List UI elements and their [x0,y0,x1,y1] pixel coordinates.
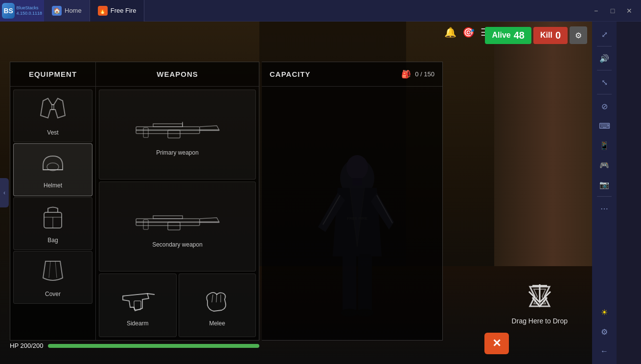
alive-label: Alive [492,31,510,40]
svg-rect-27 [134,301,141,310]
sidebar-divider-2 [597,70,612,70]
svg-rect-23 [168,222,180,230]
svg-rect-25 [143,220,148,229]
sidebar-phone-icon[interactable]: 📱 [595,136,613,154]
melee-slot[interactable]: Melee [179,273,256,337]
vest-icon [38,96,68,127]
game-area: FREE FIRE 🔔 🎯 ☰ Alive 48 Kill 0 ⚙ [0,22,617,364]
close-button-icon: ✕ [492,337,501,350]
primary-weapon-slot[interactable]: Primary weapon [99,90,256,180]
primary-weapon-label: Primary weapon [156,149,199,156]
tab-ff-label: Free Fire [111,7,137,14]
sidebar-back-icon[interactable]: ← [595,342,613,360]
capacity-header: CAPACITY 🎒 0 / 150 [262,62,442,87]
window-minimize-button[interactable]: − [588,4,604,18]
svg-rect-17 [168,130,180,138]
inventory-panel: EQUIPMENT WEAPONS Vest [10,62,259,341]
sidebar-divider-1 [597,46,612,46]
drag-drop-text: Drag Here to Drop [512,317,568,325]
capacity-count: 0 / 150 [415,70,435,78]
equipment-vest[interactable]: Vest [13,90,92,142]
svg-rect-19 [143,128,148,137]
cover-label: Cover [45,291,61,297]
capacity-panel: CAPACITY 🎒 0 / 150 [262,62,443,341]
window-maximize-button[interactable]: □ [605,4,620,18]
hp-bar-background [48,344,259,348]
kill-badge: Kill 0 [533,27,568,44]
window-close-button[interactable]: ✕ [621,4,637,18]
backpack-icon: 🎒 [401,69,411,79]
secondary-weapon-slot[interactable]: Secondary weapon [99,182,256,272]
bottom-weapon-row: Sidearm Melee [99,273,256,337]
sidebar-camera-icon[interactable]: 📷 [595,176,613,193]
right-sidebar: ⤢ 🔊 ⤡ ⊘ ⌨ 📱 🎮 📷 ⋯ ☀ ⚙ ← [592,22,617,364]
alive-count: 48 [514,30,525,41]
sidebar-gamepad-icon[interactable]: 🎮 [595,156,613,174]
sidebar-keyboard-icon[interactable]: ⌨ [595,117,613,135]
capacity-title: CAPACITY [270,70,397,78]
sidearm-slot[interactable]: Sidearm [99,273,177,337]
hp-label: HP 200/200 [10,342,43,349]
panel-content: Vest Helmet [10,87,259,340]
weapons-header: WEAPONS [96,62,259,86]
alive-badge: Alive 48 [485,27,531,44]
tab-home-label: Home [65,7,82,14]
secondary-weapon-label: Secondary weapon [152,241,203,248]
drag-drop-icon [525,282,554,313]
equipment-column: Vest Helmet [10,87,96,340]
sidebar-sound-icon[interactable]: 🔊 [595,49,613,67]
bluestacks-logo: BS BlueStacks 4.150.0.1118 [0,0,44,22]
tab-home[interactable]: 🏠 Home [44,0,90,22]
bag-label: Bag [47,237,58,244]
titlebar-controls: − □ ✕ [588,4,641,18]
panel-headers: EQUIPMENT WEAPONS [10,62,259,87]
left-handle-icon: ‹ [3,189,5,196]
svg-line-26 [147,294,155,295]
hud-settings-button[interactable]: ⚙ [570,26,587,44]
capacity-items-area [262,87,442,98]
hud-bell-icon[interactable]: 🔔 [444,26,457,38]
sidebar-slash-icon[interactable]: ⊘ [595,97,613,115]
sidebar-brightness-icon[interactable]: ☀ [595,303,613,321]
helmet-label: Helmet [44,182,62,189]
hud-top-icons: 🔔 🎯 ☰ [444,26,489,38]
equipment-cover[interactable]: Cover [13,251,92,304]
settings-icon: ⚙ [575,31,582,40]
sidebar-divider-4 [597,196,612,197]
svg-rect-24 [153,216,183,219]
sidebar-settings-icon[interactable]: ⚙ [595,323,613,341]
logo-text: BlueStacks 4.150.0.1118 [16,5,42,16]
logo-icon: BS [2,3,15,19]
kill-label: Kill [540,31,552,40]
weapons-column: Primary weapon Secondary weapon [96,87,259,340]
svg-line-29 [216,294,217,302]
bag-icon [38,204,68,235]
sidebar-divider-3 [597,94,612,94]
hp-bar-container: HP 200/200 [10,342,259,349]
left-collapse-handle[interactable]: ‹ [0,178,9,207]
sidearm-label: Sidearm [127,320,149,327]
svg-rect-18 [153,124,183,127]
sidebar-expand-icon[interactable]: ⤢ [595,25,613,43]
equipment-helmet[interactable]: Helmet [13,143,92,196]
tab-freefire[interactable]: 🔥 Free Fire [90,0,145,22]
hud-stats: Alive 48 Kill 0 ⚙ [485,26,587,44]
ff-tab-icon: 🔥 [98,6,108,16]
hud-target-icon[interactable]: 🎯 [462,26,475,38]
close-inventory-button[interactable]: ✕ [484,333,509,354]
sidebar-resize-icon[interactable]: ⤡ [595,73,613,91]
melee-label: Melee [209,320,225,327]
home-tab-icon: 🏠 [52,6,62,16]
cover-icon [38,257,68,289]
drag-drop-area: Drag Here to Drop [512,282,568,325]
equipment-header: EQUIPMENT [10,62,96,86]
svg-line-28 [212,295,213,302]
kill-count: 0 [555,30,561,41]
helmet-icon [38,151,68,180]
hp-bar-fill [48,344,259,348]
equipment-bag[interactable]: Bag [13,197,92,250]
titlebar: BS BlueStacks 4.150.0.1118 🏠 Home 🔥 Free… [0,0,641,22]
sidebar-more-icon[interactable]: ⋯ [595,200,613,217]
vest-label: Vest [47,129,58,136]
